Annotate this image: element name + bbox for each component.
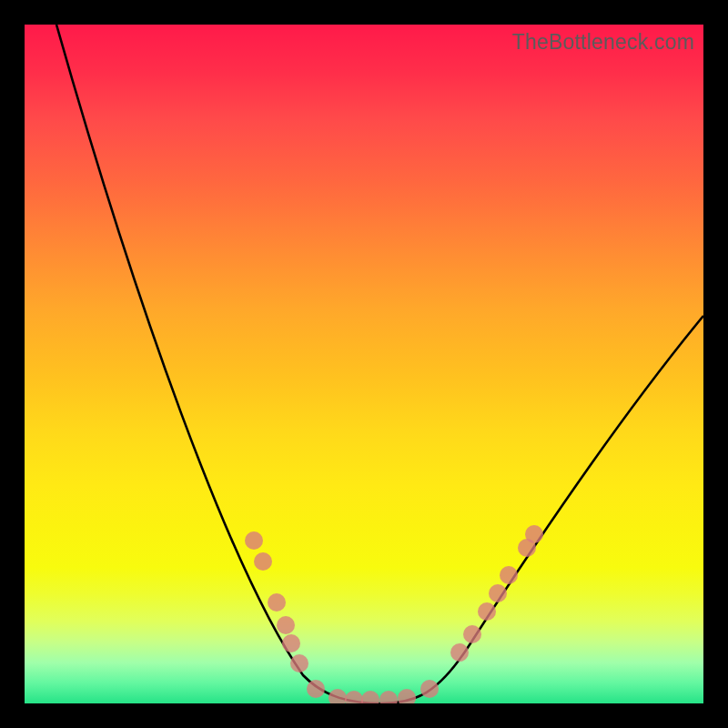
marker-dot xyxy=(525,525,543,543)
marker-dot xyxy=(345,691,363,703)
marker-dot xyxy=(398,689,416,703)
marker-dot xyxy=(379,691,398,703)
bottleneck-curve-path xyxy=(56,25,703,703)
bottleneck-chart xyxy=(25,25,703,703)
marker-dot xyxy=(290,654,308,672)
marker-dot xyxy=(361,691,379,703)
marker-dot xyxy=(450,643,469,662)
marker-dot xyxy=(268,593,286,612)
marker-dot xyxy=(245,531,263,550)
marker-dot xyxy=(489,584,507,602)
marker-dot xyxy=(277,616,295,634)
marker-dot xyxy=(282,634,300,652)
marker-dot xyxy=(463,625,481,643)
marker-dot xyxy=(478,602,496,621)
plot-area: TheBottleneck.com xyxy=(25,25,703,703)
chart-frame: TheBottleneck.com xyxy=(0,0,728,728)
marker-group xyxy=(245,525,543,703)
marker-dot xyxy=(254,552,272,571)
marker-dot xyxy=(500,566,518,584)
marker-dot xyxy=(329,689,347,703)
marker-dot xyxy=(307,680,325,698)
marker-dot xyxy=(420,680,439,698)
